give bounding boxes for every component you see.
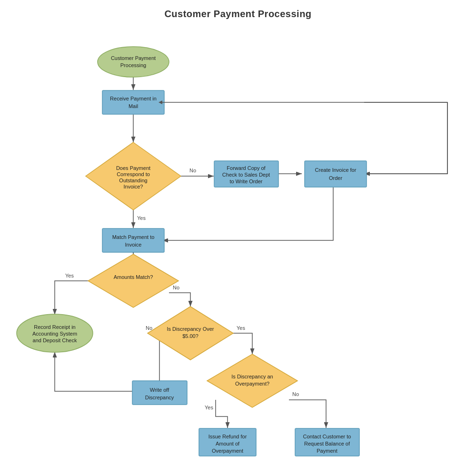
svg-text:Is Discrepancy Over: Is Discrepancy Over bbox=[167, 326, 214, 332]
svg-text:Correspond to: Correspond to bbox=[117, 171, 150, 177]
svg-text:Overpayment: Overpayment bbox=[212, 448, 243, 454]
node-match bbox=[102, 228, 164, 252]
svg-text:Yes: Yes bbox=[205, 405, 213, 410]
svg-text:Mail: Mail bbox=[129, 103, 138, 109]
diagram-container: Customer Payment Processing No Yes Yes N… bbox=[0, 0, 476, 476]
svg-text:Record Receipt in: Record Receipt in bbox=[34, 324, 75, 330]
svg-text:Write off: Write off bbox=[150, 387, 169, 393]
svg-text:Customer Payment: Customer Payment bbox=[111, 55, 156, 61]
svg-text:Amounts Match?: Amounts Match? bbox=[114, 274, 153, 280]
svg-text:Forward Copy of: Forward Copy of bbox=[227, 165, 266, 171]
svg-text:Request Balance of: Request Balance of bbox=[304, 441, 350, 446]
svg-text:Contact Customer to: Contact Customer to bbox=[303, 434, 351, 439]
node-create-invoice bbox=[305, 161, 367, 187]
svg-text:Payment: Payment bbox=[317, 448, 337, 454]
svg-text:Does Payment: Does Payment bbox=[116, 165, 150, 171]
svg-text:Processing: Processing bbox=[120, 62, 146, 68]
svg-text:Outstanding: Outstanding bbox=[119, 178, 147, 183]
svg-text:and Deposit Check: and Deposit Check bbox=[33, 337, 77, 343]
svg-text:Invoice?: Invoice? bbox=[124, 184, 143, 189]
svg-text:Is Discrepancy an: Is Discrepancy an bbox=[231, 374, 273, 379]
node-amounts bbox=[88, 254, 178, 307]
svg-text:Check to Sales Dept: Check to Sales Dept bbox=[222, 172, 270, 178]
svg-text:Yes: Yes bbox=[137, 215, 146, 221]
svg-text:Yes: Yes bbox=[65, 273, 74, 278]
flowchart: No Yes Yes No No Yes Yes No bbox=[0, 0, 476, 476]
svg-text:Discrepancy: Discrepancy bbox=[145, 395, 174, 400]
svg-text:$5.00?: $5.00? bbox=[182, 333, 198, 339]
svg-text:Create Invoice for: Create Invoice for bbox=[315, 167, 357, 173]
svg-text:No: No bbox=[173, 285, 179, 290]
node-receive bbox=[102, 90, 164, 114]
svg-text:to Write Order: to Write Order bbox=[230, 178, 263, 184]
svg-text:Amount of: Amount of bbox=[216, 441, 240, 446]
svg-text:Overpayment?: Overpayment? bbox=[235, 381, 269, 387]
svg-text:No: No bbox=[189, 168, 196, 173]
svg-text:Invoice: Invoice bbox=[125, 242, 142, 248]
svg-text:Order: Order bbox=[329, 175, 342, 181]
svg-text:Yes: Yes bbox=[237, 325, 245, 331]
svg-text:Receive Payment in: Receive Payment in bbox=[110, 96, 157, 101]
svg-text:Issue Refund for: Issue Refund for bbox=[208, 434, 247, 439]
svg-text:No: No bbox=[146, 325, 152, 331]
svg-text:Accounting System: Accounting System bbox=[32, 331, 77, 337]
node-write-off bbox=[132, 381, 187, 405]
svg-text:Match Payment to: Match Payment to bbox=[112, 234, 155, 240]
svg-text:No: No bbox=[292, 391, 299, 397]
